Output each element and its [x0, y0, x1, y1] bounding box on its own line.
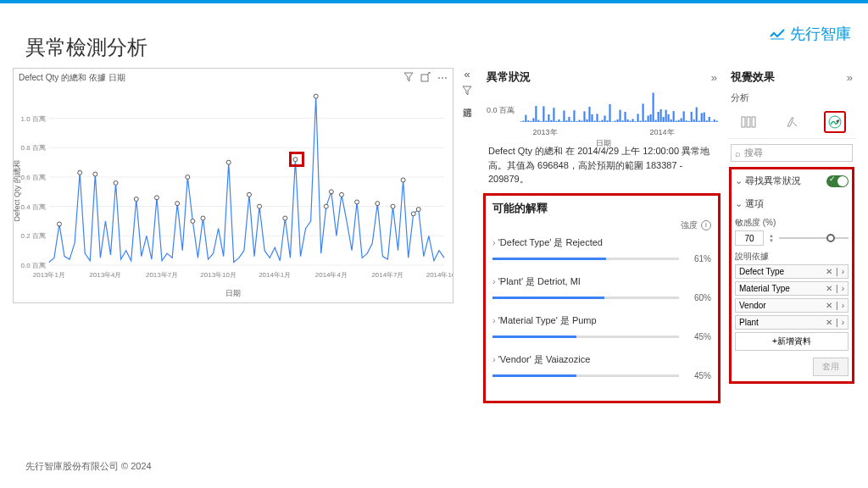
svg-rect-77 — [598, 121, 600, 122]
sensitivity-input[interactable]: 70 — [735, 230, 764, 246]
strength-percent: 45% — [686, 332, 711, 341]
brand-logo: 先行智庫 — [770, 24, 851, 44]
svg-rect-90 — [632, 119, 634, 122]
analysis-icon-row — [727, 108, 856, 139]
svg-rect-113 — [691, 112, 693, 122]
svg-rect-86 — [621, 120, 623, 122]
explain-by-field-chip[interactable]: Vendor✕|› — [735, 298, 849, 313]
options-section-label[interactable]: 選項 — [735, 197, 764, 210]
filters-pane-collapsed[interactable]: « 篩選 — [458, 68, 476, 101]
svg-rect-47 — [522, 121, 524, 123]
visual-panel-subtab[interactable]: 分析 — [727, 90, 856, 108]
svg-rect-87 — [624, 112, 626, 122]
explain-by-field-chip[interactable]: Material Type✕|› — [735, 281, 849, 296]
chart-plot-area[interactable]: 0.0 百萬0.2 百萬0.4 百萬0.6 百萬0.8 百萬1.0 百萬2013… — [14, 86, 453, 287]
field-chip-label: Defect Type — [739, 267, 784, 276]
explain-by-field-chip[interactable]: Plant✕|› — [735, 315, 849, 330]
mini-chart-ylabel: 0.0 百萬 — [487, 105, 515, 116]
filter-icon[interactable] — [403, 72, 414, 85]
svg-point-29 — [191, 219, 195, 224]
apply-button[interactable]: 套用 — [813, 358, 849, 376]
svg-rect-89 — [630, 121, 632, 123]
sensitivity-label: 敏感度 (%) — [735, 217, 849, 229]
find-anomalies-label[interactable]: 尋找異常狀況 — [735, 175, 801, 187]
field-chip-label: Material Type — [739, 284, 790, 293]
svg-rect-105 — [670, 119, 672, 122]
svg-rect-48 — [525, 115, 526, 122]
svg-point-27 — [175, 202, 180, 206]
fields-tab-icon[interactable] — [737, 111, 760, 133]
svg-rect-116 — [698, 121, 700, 123]
format-tab-icon[interactable] — [781, 111, 803, 133]
mini-xtick: 2013年 — [532, 127, 557, 138]
collapse-icon[interactable]: « — [464, 68, 470, 80]
explanation-label[interactable]: 'Defect Type' 是 Rejected — [492, 236, 711, 249]
focus-mode-icon[interactable] — [420, 72, 431, 85]
find-anomalies-toggle[interactable] — [826, 175, 849, 187]
remove-field-icon[interactable]: ✕ — [826, 318, 832, 327]
svg-point-22 — [78, 170, 82, 175]
info-icon[interactable]: i — [701, 220, 711, 230]
svg-point-30 — [201, 216, 205, 220]
explanation-item[interactable]: 'Defect Type' 是 Rejected61% — [492, 236, 711, 263]
sensitivity-slider[interactable] — [779, 232, 849, 244]
top-accent-bar — [0, 0, 868, 3]
analytics-tab-icon[interactable] — [824, 111, 846, 133]
svg-rect-124 — [742, 117, 745, 127]
svg-point-23 — [93, 172, 97, 176]
mini-xtick: 2014年 — [649, 127, 674, 138]
svg-rect-49 — [527, 120, 529, 122]
svg-point-45 — [416, 208, 420, 212]
svg-text:2013年7月: 2013年7月 — [146, 271, 178, 279]
svg-text:0.0 百萬: 0.0 百萬 — [21, 262, 46, 269]
explanation-label[interactable]: 'Vendor' 是 Vaiazozice — [492, 353, 711, 366]
svg-rect-96 — [648, 116, 649, 123]
explanations-title: 可能的解釋 — [492, 201, 711, 216]
svg-rect-118 — [704, 113, 705, 122]
svg-text:2013年1月: 2013年1月 — [33, 271, 65, 279]
svg-rect-121 — [711, 121, 713, 122]
explanation-item[interactable]: 'Vendor' 是 Vaiazozice45% — [492, 353, 711, 380]
anomaly-panel-expand-icon[interactable]: » — [711, 71, 717, 84]
field-menu-icon[interactable]: › — [842, 318, 844, 327]
field-menu-icon[interactable]: › — [842, 301, 844, 310]
remove-field-icon[interactable]: ✕ — [826, 284, 832, 293]
svg-rect-117 — [701, 114, 703, 123]
svg-rect-73 — [588, 107, 590, 122]
svg-rect-85 — [619, 110, 620, 122]
svg-point-43 — [401, 178, 405, 182]
svg-rect-51 — [532, 119, 534, 123]
remove-field-icon[interactable]: ✕ — [826, 301, 832, 310]
svg-rect-91 — [635, 121, 637, 122]
svg-rect-52 — [535, 106, 537, 122]
anomaly-mini-chart[interactable]: 0.0 百萬 2013年 2014年 日期 — [487, 90, 721, 139]
search-input[interactable]: ⌕ 搜尋 — [731, 144, 853, 162]
chart-y-axis-label: Defect Qty 的總和 — [12, 160, 23, 221]
svg-rect-109 — [681, 119, 682, 123]
remove-field-icon[interactable]: ✕ — [826, 267, 832, 276]
svg-rect-62 — [560, 121, 562, 122]
svg-text:2014年1月: 2014年1月 — [259, 271, 291, 279]
svg-rect-55 — [542, 106, 544, 122]
explanation-item[interactable]: 'Plant' 是 Detriot, MI60% — [492, 275, 711, 302]
explanation-label[interactable]: 'Material Type' 是 Pump — [492, 314, 711, 327]
svg-point-31 — [226, 160, 231, 164]
field-menu-icon[interactable]: › — [842, 267, 844, 276]
svg-rect-72 — [586, 119, 587, 122]
explanation-label[interactable]: 'Plant' 是 Detriot, MI — [492, 275, 711, 288]
anomaly-highlight-box — [289, 152, 304, 167]
sensitivity-stepper[interactable]: ▲▼ — [769, 233, 774, 243]
explain-by-label: 說明依據 — [735, 251, 849, 263]
more-options-icon[interactable]: ⋯ — [437, 72, 448, 85]
svg-point-34 — [283, 216, 287, 220]
visual-panel-expand-icon[interactable]: » — [847, 71, 853, 84]
svg-rect-66 — [570, 121, 572, 122]
svg-text:2013年4月: 2013年4月 — [89, 271, 121, 279]
svg-point-44 — [411, 212, 415, 216]
field-menu-icon[interactable]: › — [842, 284, 844, 293]
svg-text:0.4 百萬: 0.4 百萬 — [21, 203, 46, 211]
explanation-item[interactable]: 'Material Type' 是 Pump45% — [492, 314, 711, 341]
explain-by-field-chip[interactable]: Defect Type✕|› — [735, 264, 849, 279]
svg-rect-54 — [540, 121, 542, 122]
add-field-button[interactable]: +新增資料 — [735, 332, 849, 351]
